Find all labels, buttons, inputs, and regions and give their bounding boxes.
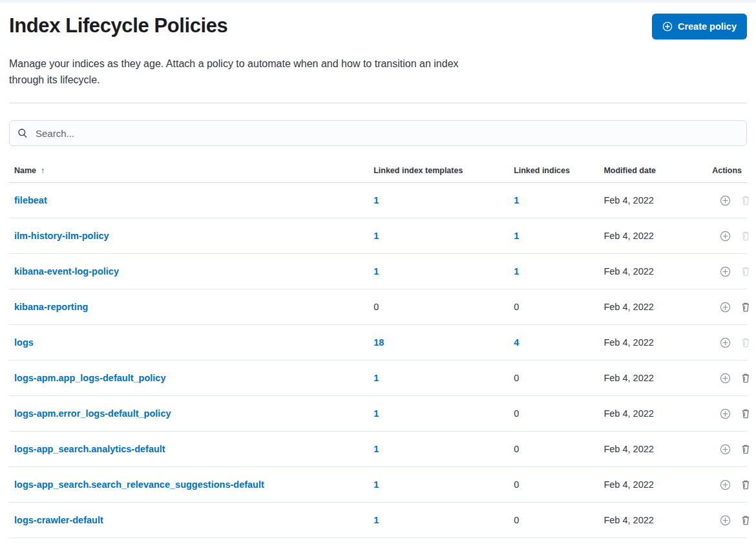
delete-policy-button bbox=[740, 195, 751, 206]
table-row: filebeat11Feb 4, 2022 bbox=[9, 183, 747, 218]
search-box bbox=[9, 120, 747, 146]
column-header-modified-date: Modified date bbox=[598, 159, 704, 183]
delete-policy-button bbox=[740, 266, 751, 277]
policy-name-link[interactable]: logs-app_search.analytics-default bbox=[14, 444, 165, 454]
table-row: kibana-event-log-policy11Feb 4, 2022 bbox=[9, 254, 747, 289]
delete-policy-button bbox=[740, 231, 751, 242]
linked-templates-count-link[interactable]: 18 bbox=[373, 337, 384, 348]
trash-icon bbox=[740, 376, 751, 386]
delete-policy-button[interactable] bbox=[740, 479, 751, 490]
table-header-row: Name↑ Linked index templates Linked indi… bbox=[9, 159, 747, 183]
modified-date: Feb 4, 2022 bbox=[604, 373, 653, 383]
linked-templates-count-link[interactable]: 1 bbox=[373, 373, 379, 383]
plus-in-circle-icon bbox=[720, 340, 731, 350]
policy-name-link[interactable]: logs-app_search.search_relevance_suggest… bbox=[14, 479, 264, 490]
top-edge-shadow bbox=[0, 0, 756, 5]
add-policy-to-template-button[interactable] bbox=[720, 373, 731, 384]
add-policy-to-template-button[interactable] bbox=[720, 231, 731, 242]
policy-name-link[interactable]: kibana-event-log-policy bbox=[14, 266, 119, 277]
modified-date: Feb 4, 2022 bbox=[604, 195, 653, 205]
delete-policy-button[interactable] bbox=[740, 515, 751, 526]
linked-templates-count-link[interactable]: 1 bbox=[373, 479, 379, 490]
section-divider bbox=[9, 103, 747, 103]
delete-policy-button[interactable] bbox=[740, 373, 751, 384]
linked-indices-count-value: 0 bbox=[514, 408, 519, 419]
linked-indices-count-value: 0 bbox=[514, 479, 519, 490]
trash-icon bbox=[740, 234, 751, 244]
add-policy-to-template-button[interactable] bbox=[720, 479, 731, 490]
page-description: Manage your indices as they age. Attach … bbox=[9, 56, 471, 88]
linked-indices-count-link[interactable]: 1 bbox=[514, 266, 519, 277]
delete-policy-button bbox=[740, 337, 751, 348]
plus-in-circle-icon bbox=[720, 198, 731, 208]
linked-templates-count-link[interactable]: 1 bbox=[373, 266, 379, 277]
policy-name-link[interactable]: logs-crawler-default bbox=[14, 515, 103, 525]
delete-policy-button[interactable] bbox=[740, 444, 751, 455]
plus-in-circle-icon bbox=[720, 234, 731, 244]
linked-indices-count-value: 0 bbox=[514, 373, 519, 383]
modified-date: Feb 4, 2022 bbox=[604, 266, 653, 277]
column-header-linked-index-templates: Linked index templates bbox=[368, 159, 509, 183]
policy-name-link[interactable]: kibana-reporting bbox=[14, 302, 88, 312]
search-input[interactable] bbox=[9, 120, 747, 146]
add-policy-to-template-button[interactable] bbox=[720, 515, 731, 526]
table-row: logs-app_search.search_relevance_suggest… bbox=[9, 467, 747, 503]
delete-policy-button[interactable] bbox=[740, 408, 751, 419]
modified-date: Feb 4, 2022 bbox=[604, 444, 653, 454]
add-policy-to-template-button[interactable] bbox=[720, 302, 731, 313]
table-row: logs184Feb 4, 2022 bbox=[9, 325, 747, 361]
add-policy-to-template-button[interactable] bbox=[720, 408, 731, 419]
modified-date: Feb 4, 2022 bbox=[604, 231, 653, 241]
linked-templates-count-link[interactable]: 1 bbox=[373, 195, 379, 205]
trash-icon bbox=[740, 340, 751, 350]
add-policy-to-template-button[interactable] bbox=[720, 195, 731, 206]
delete-policy-button[interactable] bbox=[740, 302, 751, 313]
page-title: Index Lifecycle Policies bbox=[9, 13, 227, 39]
plus-in-circle-icon bbox=[720, 518, 731, 528]
trash-icon bbox=[740, 483, 751, 492]
create-policy-label: Create policy bbox=[678, 21, 737, 32]
linked-indices-count-value: 0 bbox=[514, 515, 519, 525]
plus-in-circle-icon bbox=[720, 447, 731, 457]
plus-in-circle-icon bbox=[720, 412, 731, 421]
linked-indices-count-value: 0 bbox=[514, 444, 519, 454]
sort-ascending-icon: ↑ bbox=[41, 165, 45, 175]
modified-date: Feb 4, 2022 bbox=[604, 302, 653, 312]
table-row: kibana-reporting00Feb 4, 2022 bbox=[9, 289, 747, 325]
policy-name-link[interactable]: logs-apm.error_logs-default_policy bbox=[14, 408, 171, 419]
column-header-linked-indices: Linked indices bbox=[509, 159, 598, 183]
policies-table: Name↑ Linked index templates Linked indi… bbox=[9, 159, 747, 538]
table-row: ilm-history-ilm-policy11Feb 4, 2022 bbox=[9, 218, 747, 254]
policy-name-link[interactable]: logs-apm.app_logs-default_policy bbox=[14, 373, 165, 383]
linked-indices-count-value: 0 bbox=[514, 302, 519, 312]
add-policy-to-template-button[interactable] bbox=[720, 266, 731, 277]
trash-icon bbox=[740, 412, 751, 421]
table-row: logs-crawler-default10Feb 4, 2022 bbox=[9, 503, 747, 538]
search-icon bbox=[17, 128, 28, 141]
create-policy-button[interactable]: Create policy bbox=[652, 14, 747, 39]
table-row: logs-apm.app_logs-default_policy10Feb 4,… bbox=[9, 361, 747, 396]
plus-in-circle-icon bbox=[720, 269, 731, 279]
policy-name-link[interactable]: ilm-history-ilm-policy bbox=[14, 231, 109, 241]
column-header-name[interactable]: Name↑ bbox=[9, 159, 368, 183]
modified-date: Feb 4, 2022 bbox=[604, 337, 653, 348]
trash-icon bbox=[740, 447, 751, 457]
modified-date: Feb 4, 2022 bbox=[604, 479, 653, 490]
linked-indices-count-link[interactable]: 1 bbox=[514, 231, 519, 241]
policy-name-link[interactable]: filebeat bbox=[14, 195, 47, 205]
add-policy-to-template-button[interactable] bbox=[720, 337, 731, 348]
plus-in-circle-icon bbox=[720, 483, 731, 492]
page-header: Index Lifecycle Policies Create policy bbox=[0, 5, 756, 39]
modified-date: Feb 4, 2022 bbox=[604, 408, 653, 419]
linked-templates-count-link[interactable]: 1 bbox=[373, 515, 379, 525]
add-policy-to-template-button[interactable] bbox=[720, 444, 731, 455]
trash-icon bbox=[740, 305, 751, 315]
linked-templates-count-link[interactable]: 1 bbox=[373, 444, 379, 454]
plus-in-circle-icon bbox=[662, 21, 673, 32]
linked-indices-count-link[interactable]: 1 bbox=[514, 195, 519, 205]
linked-templates-count-link[interactable]: 1 bbox=[373, 231, 379, 241]
policy-name-link[interactable]: logs bbox=[14, 337, 34, 348]
plus-in-circle-icon bbox=[720, 376, 731, 386]
linked-templates-count-link[interactable]: 1 bbox=[373, 408, 379, 419]
linked-indices-count-link[interactable]: 4 bbox=[514, 337, 519, 348]
